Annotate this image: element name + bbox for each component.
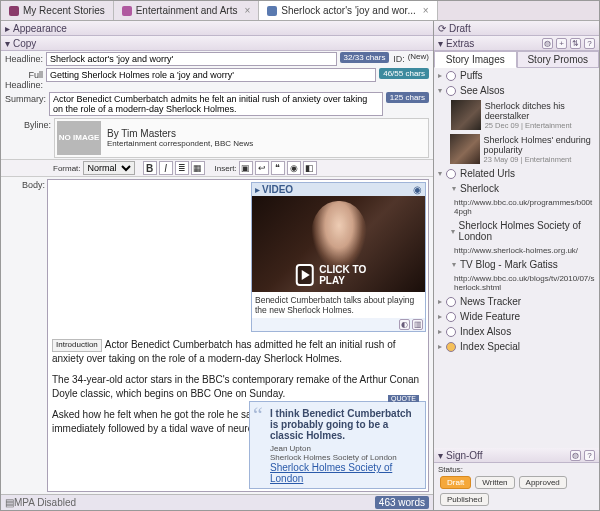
format-label: Format: [53, 164, 81, 173]
tab-label: My Recent Stories [23, 5, 105, 16]
see-also-item[interactable]: Sherlock Holmes' enduring popularity23 M… [434, 132, 599, 166]
italic-button[interactable]: I [159, 161, 173, 175]
word-count: 463 words [375, 496, 429, 509]
section-label: Puffs [460, 70, 483, 81]
tab-sherlock-story[interactable]: Sherlock actor's 'joy and wor...× [259, 1, 437, 20]
signoff-btn2[interactable]: ? [584, 450, 595, 461]
related-url-item[interactable]: ▾Sherlock Holmes Society of London [434, 218, 599, 244]
copy-panel-header[interactable]: ▾Copy [1, 36, 433, 51]
play-icon[interactable] [295, 264, 314, 286]
related-url-item[interactable]: ▾TV Blog - Mark Gatiss [434, 257, 599, 272]
insert-misc-button[interactable]: ◧ [303, 161, 317, 175]
puffs-section[interactable]: ▸Puffs [434, 68, 599, 83]
summary-charcount: 125 chars [386, 92, 429, 103]
editor-toolbar: Format: Normal B I ≣ ▦ Insert: ▣ ↩ ❝ ◉ ◧ [1, 159, 433, 177]
article-paragraph: Actor Benedict Cumberbatch has admitted … [52, 339, 396, 364]
insert-media-button[interactable]: ◉ [287, 161, 301, 175]
insert-quote-button[interactable]: ❝ [271, 161, 285, 175]
status-written[interactable]: Written [475, 476, 514, 489]
extras-btn4[interactable]: ? [584, 38, 595, 49]
appearance-panel-header[interactable]: ▸Appearance [1, 21, 433, 36]
video-thumbnail[interactable]: CLICK TO PLAY [252, 196, 425, 292]
related-title: Sherlock Holmes' enduring popularity [484, 135, 596, 155]
video-badge: VIDEO [262, 184, 293, 195]
tab-label: Sherlock actor's 'joy and wor... [281, 5, 415, 16]
tab-icon [267, 6, 277, 16]
panel-title: Draft [449, 23, 471, 34]
related-urls-section[interactable]: ▾Related Urls [434, 166, 599, 181]
disc-icon [446, 169, 456, 179]
close-icon[interactable]: × [423, 5, 429, 16]
disc-icon [446, 327, 456, 337]
full-headline-input[interactable] [46, 68, 376, 82]
extras-btn1[interactable]: ◍ [542, 38, 553, 49]
quote-text: I think Benedict Cumberbatch is probably… [270, 408, 419, 441]
tab-recent-stories[interactable]: My Recent Stories [1, 1, 114, 20]
full-headline-label: Full Headline: [5, 68, 43, 90]
panel-title: Sign-Off [446, 450, 483, 461]
signoff-panel-header[interactable]: ▾Sign-Off◍? [434, 448, 599, 463]
tab-story-promos[interactable]: Story Promos [517, 51, 600, 68]
insert-label: Insert: [215, 164, 237, 173]
list-button[interactable]: ≣ [175, 161, 189, 175]
byline-image-placeholder[interactable]: NO IMAGE [57, 121, 101, 155]
tab-entertainment[interactable]: Entertainment and Arts× [114, 1, 260, 20]
index-alsos-section[interactable]: ▸Index Alsos [434, 324, 599, 339]
signoff-btn1[interactable]: ◍ [570, 450, 581, 461]
related-title: Sherlock ditches his deerstalker [485, 101, 595, 121]
thumbnail [450, 134, 480, 164]
tab-story-images[interactable]: Story Images [434, 51, 517, 68]
related-url-item[interactable]: ▾Sherlock [434, 181, 599, 196]
related-title: Sherlock [460, 183, 499, 194]
disc-icon [446, 312, 456, 322]
panel-title: Extras [446, 38, 474, 49]
headline-charcount: 32/33 chars [340, 52, 390, 63]
body-label: Body: [1, 177, 47, 494]
insert-link-button[interactable]: ↩ [255, 161, 269, 175]
quote-link[interactable]: Sherlock Holmes Society of London [270, 462, 392, 484]
article-paragraph: The 34-year-old actor stars in the BBC's… [52, 373, 424, 400]
related-title: Sherlock Holmes Society of London [459, 220, 595, 242]
thumbnail [451, 100, 481, 130]
related-url[interactable]: http://www.bbc.co.uk/blogs/tv/2010/07/sh… [434, 272, 599, 294]
headline-input[interactable] [46, 52, 337, 66]
see-alsos-section[interactable]: ▾See Alsos [434, 83, 599, 98]
wide-feature-section[interactable]: ▸Wide Feature [434, 309, 599, 324]
status-draft[interactable]: Draft [440, 476, 471, 489]
see-also-item[interactable]: Sherlock ditches his deerstalker25 Dec 0… [434, 98, 599, 132]
quote-embed[interactable]: QUOTE I think Benedict Cumberbatch is pr… [249, 401, 426, 489]
draft-panel-header[interactable]: ⟳Draft [434, 21, 599, 36]
disc-icon [446, 86, 456, 96]
video-opt1-button[interactable]: ◐ [399, 319, 410, 330]
status-approved[interactable]: Approved [519, 476, 567, 489]
panel-title: Appearance [13, 23, 67, 34]
news-tracker-section[interactable]: ▸News Tracker [434, 294, 599, 309]
extras-panel-header[interactable]: ▾Extras◍+⇅? [434, 36, 599, 51]
section-label: Index Alsos [460, 326, 511, 337]
status-label: Status: [438, 465, 595, 474]
summary-input[interactable]: Actor Benedict Cumberbatch admits he fel… [49, 92, 383, 116]
video-settings-icon[interactable]: ◉ [413, 184, 422, 195]
status-published[interactable]: Published [440, 493, 489, 506]
byline-role: Entertainment correspondent, BBC News [107, 139, 253, 148]
related-url[interactable]: http://www.sherlock-holmes.org.uk/ [434, 244, 599, 257]
disc-icon [446, 342, 456, 352]
document-tabs: My Recent Stories Entertainment and Arts… [1, 1, 599, 21]
body-editor[interactable]: ▸VIDEO◉ CLICK TO PLAY Benedict Cumberbat… [47, 179, 429, 492]
related-url[interactable]: http://www.bbc.co.uk/programmes/b00t4pgh [434, 196, 599, 218]
format-select[interactable]: Normal [83, 161, 135, 175]
table-button[interactable]: ▦ [191, 161, 205, 175]
panel-title: Copy [13, 38, 36, 49]
quote-tag: QUOTE [388, 395, 419, 402]
video-opt2-button[interactable]: ▥ [412, 319, 423, 330]
tab-icon [9, 6, 19, 16]
bold-button[interactable]: B [143, 161, 157, 175]
extras-btn2[interactable]: + [556, 38, 567, 49]
index-special-section[interactable]: ▸Index Special [434, 339, 599, 354]
insert-image-button[interactable]: ▣ [239, 161, 253, 175]
close-icon[interactable]: × [244, 5, 250, 16]
id-value: (New) [408, 52, 429, 61]
video-embed[interactable]: ▸VIDEO◉ CLICK TO PLAY Benedict Cumberbat… [251, 182, 426, 332]
extras-btn3[interactable]: ⇅ [570, 38, 581, 49]
id-label: ID: [392, 52, 404, 64]
